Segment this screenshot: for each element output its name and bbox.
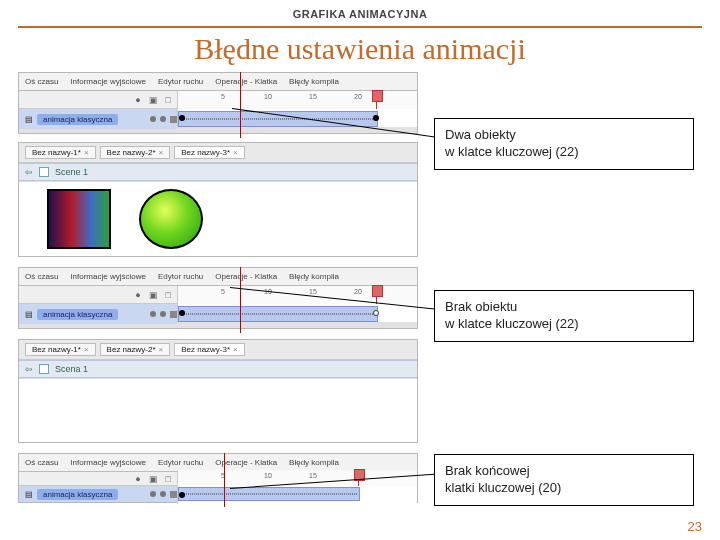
- tab-os-czasu[interactable]: Oś czasu: [25, 272, 58, 281]
- tab-edytor-ruchu[interactable]: Edytor ruchu: [158, 77, 203, 86]
- layer-lock-dot[interactable]: [160, 491, 166, 497]
- layer-outline-sq[interactable]: [170, 491, 177, 498]
- stage-canvas[interactable]: [19, 181, 417, 256]
- object-square[interactable]: [47, 189, 111, 249]
- tween-dotted-line: [181, 494, 357, 495]
- timeline-track[interactable]: [177, 304, 417, 322]
- timeline-ruler-row: ●▣□ 5 10 15 20: [19, 91, 417, 109]
- playhead[interactable]: [376, 91, 377, 109]
- tab-bledy-kompilacji[interactable]: Błędy kompila: [289, 77, 339, 86]
- doc-tab-3[interactable]: Bez nazwy-3*×: [174, 146, 245, 159]
- tab-os-czasu[interactable]: Oś czasu: [25, 458, 58, 467]
- outline-icon[interactable]: □: [166, 290, 171, 300]
- tab-bledy-kompilacji[interactable]: Błędy kompila: [289, 458, 339, 467]
- outline-icon[interactable]: □: [166, 95, 171, 105]
- layer-vis-dot[interactable]: [150, 311, 156, 317]
- scene-label[interactable]: Scena 1: [55, 364, 88, 374]
- object-circle[interactable]: [139, 189, 203, 249]
- tween-dotted-line: [181, 119, 375, 120]
- tab-os-czasu[interactable]: Oś czasu: [25, 77, 58, 86]
- tab-bledy-kompilacji[interactable]: Błędy kompila: [289, 272, 339, 281]
- layer-column-icons: ●▣□: [19, 474, 177, 484]
- close-icon[interactable]: ×: [84, 148, 89, 157]
- doc-tab-2[interactable]: Bez nazwy-2*×: [100, 343, 171, 356]
- callout-2-line1: Brak obiektu: [445, 299, 683, 316]
- marker-line-3: [224, 453, 225, 507]
- callout-3: Brak końcowej klatki kluczowej (20): [434, 454, 694, 506]
- ruler-tick-15: 15: [309, 472, 317, 479]
- callout-3-line2: klatki kluczowej (20): [445, 480, 683, 497]
- layer-icon: ▤: [25, 310, 33, 319]
- slide-body: Oś czasu Informacje wyjściowe Edytor ruc…: [18, 72, 702, 502]
- doc-tab-1-label: Bez nazwy-1*: [32, 345, 81, 354]
- marker-line-2: [240, 267, 241, 333]
- layer-label: animacja klasyczna: [37, 489, 118, 500]
- eye-icon[interactable]: ●: [135, 95, 140, 105]
- eye-icon[interactable]: ●: [135, 474, 140, 484]
- keyframe-start[interactable]: [179, 115, 185, 121]
- layer-lock-dot[interactable]: [160, 311, 166, 317]
- doc-tab-1[interactable]: Bez nazwy-1*×: [25, 343, 96, 356]
- tab-edytor-ruchu[interactable]: Edytor ruchu: [158, 458, 203, 467]
- tab-edytor-ruchu[interactable]: Edytor ruchu: [158, 272, 203, 281]
- timeline-ruler[interactable]: 5 10 15 20: [177, 91, 417, 109]
- close-icon[interactable]: ×: [84, 345, 89, 354]
- keyframe-start[interactable]: [179, 492, 185, 498]
- doc-tab-2-label: Bez nazwy-2*: [107, 345, 156, 354]
- close-icon[interactable]: ×: [159, 148, 164, 157]
- doc-tabs-row: Bez nazwy-1*× Bez nazwy-2*× Bez nazwy-3*…: [19, 143, 417, 163]
- layer-outline-sq[interactable]: [170, 116, 177, 123]
- timeline-ruler[interactable]: 5 10 15 20: [177, 470, 417, 488]
- back-icon[interactable]: ⇦: [25, 167, 33, 177]
- ruler-tick-10: 10: [264, 472, 272, 479]
- layer-name-cell[interactable]: ▤ animacja klasyczna: [19, 486, 177, 502]
- tab-operacje-klatka[interactable]: Operacje - Klatka: [215, 272, 277, 281]
- tab-info-wyj[interactable]: Informacje wyjściowe: [70, 458, 146, 467]
- ruler-tick-5: 5: [221, 93, 225, 100]
- keyframe-end[interactable]: [373, 115, 379, 121]
- layer-icon: ▤: [25, 115, 33, 124]
- close-icon[interactable]: ×: [159, 345, 164, 354]
- back-icon[interactable]: ⇦: [25, 364, 33, 374]
- ruler-tick-10: 10: [264, 93, 272, 100]
- supertitle: GRAFIKA ANIMACYJNA: [18, 8, 702, 20]
- eye-icon[interactable]: ●: [135, 290, 140, 300]
- layer-label: animacja klasyczna: [37, 309, 118, 320]
- tween-span[interactable]: [178, 306, 378, 322]
- lock-icon[interactable]: ▣: [149, 474, 158, 484]
- doc-tab-2[interactable]: Bez nazwy-2*×: [100, 146, 171, 159]
- layer-row[interactable]: ▤ animacja klasyczna: [19, 486, 417, 502]
- doc-tab-1[interactable]: Bez nazwy-1*×: [25, 146, 96, 159]
- layer-name-cell[interactable]: ▤ animacja klasyczna: [19, 304, 177, 324]
- doc-tab-3-label: Bez nazwy-3*: [181, 148, 230, 157]
- outline-icon[interactable]: □: [166, 474, 171, 484]
- callout-2: Brak obiektu w klatce kluczowej (22): [434, 290, 694, 342]
- stage-canvas-empty[interactable]: [19, 378, 417, 442]
- layer-outline-sq[interactable]: [170, 311, 177, 318]
- layer-vis-dot[interactable]: [150, 491, 156, 497]
- timeline-track[interactable]: [177, 486, 417, 504]
- playhead[interactable]: [376, 286, 377, 304]
- close-icon[interactable]: ×: [233, 148, 238, 157]
- panel-tabs: Oś czasu Informacje wyjściowe Edytor ruc…: [19, 268, 417, 286]
- layer-column-icons: ●▣□: [19, 95, 177, 105]
- keyframe-start[interactable]: [179, 310, 185, 316]
- tab-info-wyj[interactable]: Informacje wyjściowe: [70, 77, 146, 86]
- doc-tab-3[interactable]: Bez nazwy-3*×: [174, 343, 245, 356]
- layer-lock-dot[interactable]: [160, 116, 166, 122]
- layer-name-cell[interactable]: ▤ animacja klasyczna: [19, 109, 177, 129]
- ruler-tick-20: 20: [354, 93, 362, 100]
- tween-span[interactable]: [178, 487, 360, 501]
- tab-info-wyj[interactable]: Informacje wyjściowe: [70, 272, 146, 281]
- layer-column-icons: ●▣□: [19, 290, 177, 300]
- tab-operacje-klatka[interactable]: Operacje - Klatka: [215, 77, 277, 86]
- layer-row[interactable]: ▤ animacja klasyczna: [19, 304, 417, 324]
- screenshot-timeline-2: Oś czasu Informacje wyjściowe Edytor ruc…: [18, 267, 418, 329]
- scene-label[interactable]: Scene 1: [55, 167, 88, 177]
- keyframe-end-empty[interactable]: [373, 310, 379, 316]
- doc-tab-3-label: Bez nazwy-3*: [181, 345, 230, 354]
- lock-icon[interactable]: ▣: [149, 95, 158, 105]
- close-icon[interactable]: ×: [233, 345, 238, 354]
- layer-vis-dot[interactable]: [150, 116, 156, 122]
- lock-icon[interactable]: ▣: [149, 290, 158, 300]
